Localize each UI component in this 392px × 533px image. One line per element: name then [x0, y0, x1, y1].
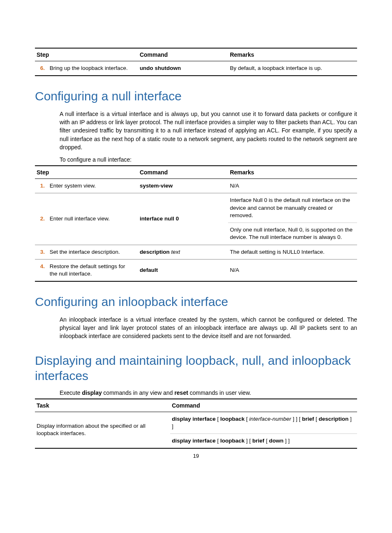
- col-header-command: Command: [138, 166, 228, 179]
- remarks-text: N/A: [228, 259, 357, 281]
- remarks-text: N/A: [228, 179, 357, 193]
- step-text: Restore the default settings for the nul…: [50, 263, 131, 278]
- table-row: 4. Restore the default settings for the …: [35, 259, 357, 281]
- step-number: 6.: [37, 65, 48, 72]
- step-number: 2.: [37, 215, 48, 222]
- display-commands-table: Task Command Display information about t…: [35, 399, 357, 449]
- command-cell: display interface [ loopback [ interface…: [170, 412, 357, 433]
- command-cell: display interface [ loopback ] [ brief […: [170, 434, 357, 449]
- command-arg: text: [171, 249, 180, 255]
- document-page: Step Command Remarks 6. Bring up the loo…: [0, 0, 392, 475]
- step-number: 1.: [37, 182, 48, 190]
- col-header-command: Command: [170, 399, 357, 412]
- table-row: Display information about the specified …: [35, 412, 357, 433]
- remarks-text: The default setting is NULL0 Interface.: [228, 245, 357, 259]
- command-text: system-view: [140, 183, 173, 189]
- command-text: default: [140, 267, 158, 273]
- step-number: 3.: [37, 248, 48, 256]
- command-text: undo shutdown: [140, 65, 181, 71]
- table-row: 1. Enter system view. system-view N/A: [35, 179, 357, 193]
- remarks-text: Interface Null 0 is the default null int…: [228, 193, 357, 223]
- table-row: 2. Enter null interface view. interface …: [35, 193, 357, 223]
- section-heading-inloopback: Configuring an inloopback interface: [35, 294, 357, 310]
- table-row: 6. Bring up the loopback interface. undo…: [35, 61, 357, 76]
- command-text: interface null 0: [140, 216, 179, 222]
- remarks-text: By default, a loopback interface is up.: [228, 61, 357, 76]
- col-header-remarks: Remarks: [228, 48, 357, 61]
- command-text: description: [140, 249, 170, 255]
- table-row: 3. Set the interface description. descri…: [35, 245, 357, 259]
- paragraph: An inloopback interface is a virtual int…: [60, 315, 357, 341]
- step-text: Enter system view.: [50, 182, 131, 190]
- lead-text: Execute display commands in any view and…: [60, 389, 357, 396]
- step-text: Bring up the loopback interface.: [50, 65, 131, 72]
- col-header-step: Step: [35, 166, 138, 179]
- col-header-remarks: Remarks: [228, 166, 357, 179]
- step-text: Enter null interface view.: [50, 215, 131, 222]
- step-number: 4.: [37, 263, 48, 270]
- section-heading-displaying: Displaying and maintaining loopback, nul…: [35, 353, 357, 384]
- paragraph: A null interface is a virtual interface …: [60, 110, 357, 151]
- step-text: Set the interface description.: [50, 248, 131, 256]
- section-heading-null-interface: Configuring a null interface: [35, 88, 357, 104]
- col-header-command: Command: [138, 48, 228, 61]
- page-number: 19: [35, 453, 357, 459]
- col-header-task: Task: [35, 399, 170, 412]
- loopback-step-table: Step Command Remarks 6. Bring up the loo…: [35, 48, 357, 76]
- lead-text: To configure a null interface:: [60, 156, 357, 163]
- remarks-text: Only one null interface, Null 0, is supp…: [228, 223, 357, 245]
- task-text: Display information about the specified …: [35, 412, 170, 448]
- null-interface-table: Step Command Remarks 1. Enter system vie…: [35, 165, 357, 282]
- col-header-step: Step: [35, 48, 138, 61]
